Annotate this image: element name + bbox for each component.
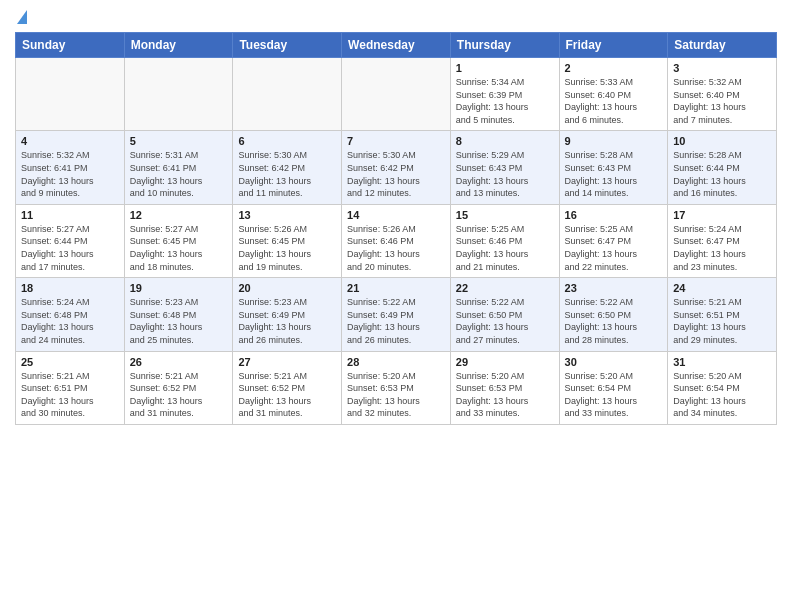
day-number: 9 bbox=[565, 135, 663, 147]
day-info: Sunrise: 5:21 AM Sunset: 6:52 PM Dayligh… bbox=[238, 370, 336, 420]
day-number: 5 bbox=[130, 135, 228, 147]
day-number: 27 bbox=[238, 356, 336, 368]
day-number: 14 bbox=[347, 209, 445, 221]
calendar-cell: 18Sunrise: 5:24 AM Sunset: 6:48 PM Dayli… bbox=[16, 278, 125, 351]
day-info: Sunrise: 5:30 AM Sunset: 6:42 PM Dayligh… bbox=[238, 149, 336, 199]
day-number: 8 bbox=[456, 135, 554, 147]
calendar-day-header: Friday bbox=[559, 33, 668, 58]
calendar-cell: 27Sunrise: 5:21 AM Sunset: 6:52 PM Dayli… bbox=[233, 351, 342, 424]
day-number: 24 bbox=[673, 282, 771, 294]
day-info: Sunrise: 5:22 AM Sunset: 6:50 PM Dayligh… bbox=[565, 296, 663, 346]
day-number: 25 bbox=[21, 356, 119, 368]
calendar-cell: 28Sunrise: 5:20 AM Sunset: 6:53 PM Dayli… bbox=[342, 351, 451, 424]
calendar-day-header: Sunday bbox=[16, 33, 125, 58]
calendar-cell: 30Sunrise: 5:20 AM Sunset: 6:54 PM Dayli… bbox=[559, 351, 668, 424]
calendar-cell: 7Sunrise: 5:30 AM Sunset: 6:42 PM Daylig… bbox=[342, 131, 451, 204]
calendar-header-row: SundayMondayTuesdayWednesdayThursdayFrid… bbox=[16, 33, 777, 58]
calendar-week-row: 1Sunrise: 5:34 AM Sunset: 6:39 PM Daylig… bbox=[16, 58, 777, 131]
calendar-cell: 21Sunrise: 5:22 AM Sunset: 6:49 PM Dayli… bbox=[342, 278, 451, 351]
calendar-cell: 11Sunrise: 5:27 AM Sunset: 6:44 PM Dayli… bbox=[16, 204, 125, 277]
calendar-cell: 26Sunrise: 5:21 AM Sunset: 6:52 PM Dayli… bbox=[124, 351, 233, 424]
calendar-cell: 20Sunrise: 5:23 AM Sunset: 6:49 PM Dayli… bbox=[233, 278, 342, 351]
day-number: 7 bbox=[347, 135, 445, 147]
day-number: 13 bbox=[238, 209, 336, 221]
day-number: 11 bbox=[21, 209, 119, 221]
day-number: 28 bbox=[347, 356, 445, 368]
day-number: 17 bbox=[673, 209, 771, 221]
day-info: Sunrise: 5:22 AM Sunset: 6:49 PM Dayligh… bbox=[347, 296, 445, 346]
calendar-day-header: Tuesday bbox=[233, 33, 342, 58]
day-number: 16 bbox=[565, 209, 663, 221]
calendar-cell: 13Sunrise: 5:26 AM Sunset: 6:45 PM Dayli… bbox=[233, 204, 342, 277]
page: SundayMondayTuesdayWednesdayThursdayFrid… bbox=[0, 0, 792, 612]
calendar-cell bbox=[233, 58, 342, 131]
day-info: Sunrise: 5:21 AM Sunset: 6:52 PM Dayligh… bbox=[130, 370, 228, 420]
calendar-cell bbox=[16, 58, 125, 131]
day-info: Sunrise: 5:20 AM Sunset: 6:53 PM Dayligh… bbox=[347, 370, 445, 420]
calendar-cell: 8Sunrise: 5:29 AM Sunset: 6:43 PM Daylig… bbox=[450, 131, 559, 204]
day-info: Sunrise: 5:25 AM Sunset: 6:47 PM Dayligh… bbox=[565, 223, 663, 273]
calendar-cell bbox=[342, 58, 451, 131]
day-number: 18 bbox=[21, 282, 119, 294]
calendar-cell: 17Sunrise: 5:24 AM Sunset: 6:47 PM Dayli… bbox=[668, 204, 777, 277]
calendar-cell: 9Sunrise: 5:28 AM Sunset: 6:43 PM Daylig… bbox=[559, 131, 668, 204]
calendar-cell: 16Sunrise: 5:25 AM Sunset: 6:47 PM Dayli… bbox=[559, 204, 668, 277]
day-number: 31 bbox=[673, 356, 771, 368]
logo-icon bbox=[17, 10, 27, 24]
calendar-cell: 23Sunrise: 5:22 AM Sunset: 6:50 PM Dayli… bbox=[559, 278, 668, 351]
day-number: 12 bbox=[130, 209, 228, 221]
day-number: 21 bbox=[347, 282, 445, 294]
day-number: 10 bbox=[673, 135, 771, 147]
day-info: Sunrise: 5:20 AM Sunset: 6:54 PM Dayligh… bbox=[565, 370, 663, 420]
calendar-day-header: Saturday bbox=[668, 33, 777, 58]
day-info: Sunrise: 5:32 AM Sunset: 6:40 PM Dayligh… bbox=[673, 76, 771, 126]
calendar-week-row: 25Sunrise: 5:21 AM Sunset: 6:51 PM Dayli… bbox=[16, 351, 777, 424]
day-info: Sunrise: 5:23 AM Sunset: 6:49 PM Dayligh… bbox=[238, 296, 336, 346]
day-info: Sunrise: 5:30 AM Sunset: 6:42 PM Dayligh… bbox=[347, 149, 445, 199]
day-number: 30 bbox=[565, 356, 663, 368]
calendar-cell: 3Sunrise: 5:32 AM Sunset: 6:40 PM Daylig… bbox=[668, 58, 777, 131]
calendar-cell: 4Sunrise: 5:32 AM Sunset: 6:41 PM Daylig… bbox=[16, 131, 125, 204]
calendar-cell: 15Sunrise: 5:25 AM Sunset: 6:46 PM Dayli… bbox=[450, 204, 559, 277]
calendar-table: SundayMondayTuesdayWednesdayThursdayFrid… bbox=[15, 32, 777, 425]
day-number: 6 bbox=[238, 135, 336, 147]
day-info: Sunrise: 5:23 AM Sunset: 6:48 PM Dayligh… bbox=[130, 296, 228, 346]
day-info: Sunrise: 5:25 AM Sunset: 6:46 PM Dayligh… bbox=[456, 223, 554, 273]
calendar-cell: 12Sunrise: 5:27 AM Sunset: 6:45 PM Dayli… bbox=[124, 204, 233, 277]
day-info: Sunrise: 5:31 AM Sunset: 6:41 PM Dayligh… bbox=[130, 149, 228, 199]
day-info: Sunrise: 5:20 AM Sunset: 6:54 PM Dayligh… bbox=[673, 370, 771, 420]
calendar-cell: 6Sunrise: 5:30 AM Sunset: 6:42 PM Daylig… bbox=[233, 131, 342, 204]
calendar-cell: 24Sunrise: 5:21 AM Sunset: 6:51 PM Dayli… bbox=[668, 278, 777, 351]
calendar-cell: 10Sunrise: 5:28 AM Sunset: 6:44 PM Dayli… bbox=[668, 131, 777, 204]
day-number: 26 bbox=[130, 356, 228, 368]
day-number: 23 bbox=[565, 282, 663, 294]
day-info: Sunrise: 5:28 AM Sunset: 6:43 PM Dayligh… bbox=[565, 149, 663, 199]
calendar-day-header: Monday bbox=[124, 33, 233, 58]
calendar-day-header: Wednesday bbox=[342, 33, 451, 58]
day-number: 1 bbox=[456, 62, 554, 74]
calendar-cell: 19Sunrise: 5:23 AM Sunset: 6:48 PM Dayli… bbox=[124, 278, 233, 351]
day-info: Sunrise: 5:27 AM Sunset: 6:44 PM Dayligh… bbox=[21, 223, 119, 273]
calendar-week-row: 4Sunrise: 5:32 AM Sunset: 6:41 PM Daylig… bbox=[16, 131, 777, 204]
logo bbox=[15, 10, 27, 24]
day-number: 19 bbox=[130, 282, 228, 294]
calendar-cell: 31Sunrise: 5:20 AM Sunset: 6:54 PM Dayli… bbox=[668, 351, 777, 424]
day-info: Sunrise: 5:32 AM Sunset: 6:41 PM Dayligh… bbox=[21, 149, 119, 199]
calendar-cell: 25Sunrise: 5:21 AM Sunset: 6:51 PM Dayli… bbox=[16, 351, 125, 424]
day-number: 15 bbox=[456, 209, 554, 221]
calendar-week-row: 11Sunrise: 5:27 AM Sunset: 6:44 PM Dayli… bbox=[16, 204, 777, 277]
header bbox=[15, 10, 777, 24]
day-number: 29 bbox=[456, 356, 554, 368]
day-info: Sunrise: 5:29 AM Sunset: 6:43 PM Dayligh… bbox=[456, 149, 554, 199]
day-info: Sunrise: 5:26 AM Sunset: 6:45 PM Dayligh… bbox=[238, 223, 336, 273]
calendar-cell: 14Sunrise: 5:26 AM Sunset: 6:46 PM Dayli… bbox=[342, 204, 451, 277]
calendar-cell: 22Sunrise: 5:22 AM Sunset: 6:50 PM Dayli… bbox=[450, 278, 559, 351]
day-number: 2 bbox=[565, 62, 663, 74]
calendar-cell bbox=[124, 58, 233, 131]
day-number: 22 bbox=[456, 282, 554, 294]
day-info: Sunrise: 5:28 AM Sunset: 6:44 PM Dayligh… bbox=[673, 149, 771, 199]
day-info: Sunrise: 5:21 AM Sunset: 6:51 PM Dayligh… bbox=[21, 370, 119, 420]
day-info: Sunrise: 5:24 AM Sunset: 6:47 PM Dayligh… bbox=[673, 223, 771, 273]
day-number: 20 bbox=[238, 282, 336, 294]
day-number: 3 bbox=[673, 62, 771, 74]
